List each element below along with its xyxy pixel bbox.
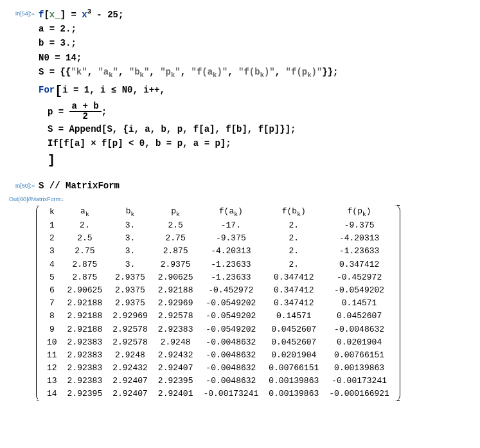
rest-1: - 25; [91,10,123,20]
code-block-1[interactable]: f[x_] = x3 - 25; a = 2.; b = 3.; N0 = 14… [39,6,339,171]
sym-for: For [39,85,55,95]
table-cell: -0.0048632 [198,349,263,362]
table-cell: -0.0048632 [198,336,263,349]
code-line-3: b = 3.; [39,36,339,50]
big-bracket-close: ] [48,153,55,168]
table-cell: 3. [107,258,153,271]
table-cell: 2.75 [62,245,108,258]
table-row: 112.923832.92482.92432-0.00486320.020190… [42,349,395,362]
table-row: 42.8753.2.9375-1.236332.0.347412 [42,258,395,271]
table-row: 82.921882.929692.92578-0.05492020.145710… [42,310,395,323]
table-cell: -1.23633 [198,258,263,271]
table-cell: 2.92383 [62,362,108,375]
table-cell: 2.92188 [62,310,108,323]
table-cell: -4.20313 [198,245,263,258]
table-cell: 2. [263,258,324,271]
table-cell: 2.92407 [107,375,153,388]
comma6: , [275,67,286,77]
op-lbracket: [ [44,10,49,20]
s-pk-post: " [175,67,180,77]
table-cell: 2 [42,232,62,245]
table-cell: 2.92578 [107,336,153,349]
table-cell: -9.375 [198,232,263,245]
table-cell: 0.0452607 [263,323,324,336]
table-cell: -0.0048632 [198,375,263,388]
table-cell: -0.00173241 [324,375,395,388]
table-cell: 2.9375 [107,271,153,284]
table-header-cell: f(bk) [263,205,324,219]
code-line-7: p = a + b2; [39,102,339,122]
input-label-1: In[54]:= [0,6,39,17]
table-cell: 0.00139863 [263,388,324,400]
table-header-cell: k [42,205,62,219]
table-row: 72.921882.93752.92969-0.05492020.3474120… [42,297,395,310]
table-row: 102.923832.925782.9248-0.00486320.045260… [42,336,395,349]
table-cell: -0.452972 [324,271,395,284]
frac-bot: 2 [69,112,102,121]
l5-post: }}; [322,67,338,77]
table-cell: -1.23633 [324,245,395,258]
frac-top: a + b [69,102,102,112]
table-cell: -0.00173241 [198,388,263,400]
table-cell: 0.00766151 [324,349,395,362]
op-rbracket: ] [60,10,66,20]
str-bk: "bk" [129,67,150,77]
table-header-row: kakbkpkf(ak)f(bk)f(pk) [42,205,395,219]
table-cell: 2.9248 [107,349,153,362]
table-cell: 2. [263,232,324,245]
comma2: , [118,67,129,77]
comma5: , [227,67,238,77]
table-cell: 10 [42,336,62,349]
table-cell: 1 [42,219,62,232]
table-header-cell: ak [62,205,108,219]
table-cell: 2.92969 [153,297,199,310]
code-line-10: ] [39,150,339,171]
table-cell: -9.375 [324,219,395,232]
table-cell: 2.92383 [153,323,199,336]
table-cell: 0.00139863 [324,362,395,375]
table-cell: 2. [263,219,324,232]
table-cell: 0.00139863 [263,375,324,388]
code-block-2[interactable]: S // MatrixForm [39,179,120,193]
table-cell: 2.90625 [153,271,199,284]
table-cell: 13 [42,375,62,388]
s-bk-pre: "b [129,67,140,77]
table-cell: 0.00766151 [263,362,324,375]
table-cell: 2.92969 [107,310,153,323]
table-cell: 0.0201904 [263,349,324,362]
big-bracket-open: [ [55,84,62,98]
input-cell-2: In[60]:= S // MatrixForm [0,179,474,193]
str-k: "k" [71,67,87,77]
table-cell: 0.347412 [263,271,324,284]
table-cell: -0.0549202 [198,310,263,323]
table-cell: 2.92578 [153,310,199,323]
table-cell: 2.90625 [62,284,108,297]
l7-p: p = [48,106,69,116]
table-cell: -17. [198,219,263,232]
sym-x: x [82,10,87,20]
table-cell: 2.92401 [153,388,199,400]
table-cell: -0.0048632 [198,362,263,375]
table-cell: 2.9375 [107,297,153,310]
table-cell: 2.5 [153,219,199,232]
table-cell: 0.14571 [324,297,395,310]
table-row: 32.753.2.875-4.203132.-1.23633 [42,245,395,258]
table-cell: 2.9375 [153,258,199,271]
table-cell: -1.23633 [198,271,263,284]
table-cell: -0.452972 [198,284,263,297]
output-label: Out[60]//MatrixForm= [0,196,474,202]
op-eq: = [66,10,82,20]
table-cell: 2.92188 [62,297,108,310]
table-cell: 2.92407 [153,362,199,375]
table-row: 142.923952.924072.92401-0.001732410.0013… [42,388,395,400]
l5-pre: S = {{ [39,67,71,77]
table-cell: -0.0048632 [324,323,395,336]
table-header-cell: pk [153,205,199,219]
matrix-paren-right [395,205,400,401]
pattern-x: x_ [49,10,60,20]
table-row: 22.53.2.75-9.3752.-4.20313 [42,232,395,245]
table-cell: 2.875 [62,271,108,284]
code-line-2: a = 2.; [39,22,339,36]
table-cell: 11 [42,349,62,362]
table-cell: 2.9375 [107,284,153,297]
